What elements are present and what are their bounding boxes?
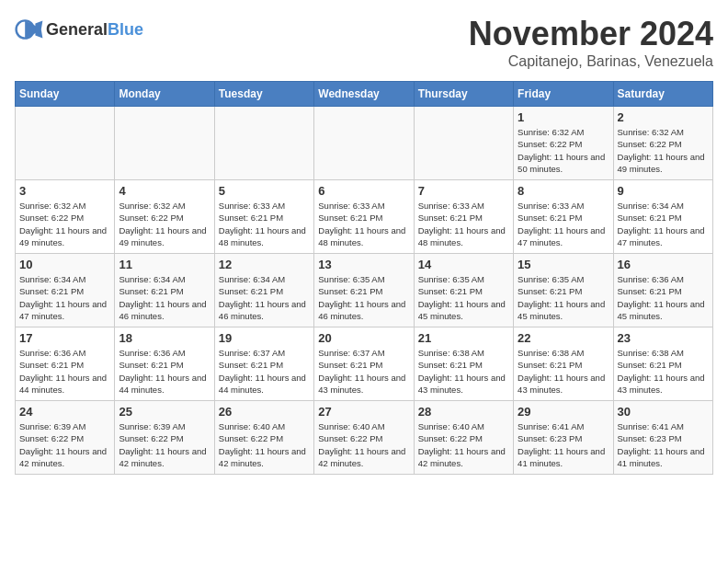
- day-header-friday: Friday: [514, 82, 613, 107]
- day-info: Sunrise: 6:36 AM Sunset: 6:21 PM Dayligh…: [618, 273, 709, 322]
- day-number: 27: [318, 405, 409, 419]
- day-info: Sunrise: 6:35 AM Sunset: 6:21 PM Dayligh…: [418, 273, 509, 322]
- day-info: Sunrise: 6:40 AM Sunset: 6:22 PM Dayligh…: [418, 420, 509, 469]
- day-info: Sunrise: 6:40 AM Sunset: 6:22 PM Dayligh…: [219, 420, 310, 469]
- day-header-monday: Monday: [115, 82, 214, 107]
- day-info: Sunrise: 6:39 AM Sunset: 6:22 PM Dayligh…: [119, 420, 210, 469]
- calendar-cell: 1Sunrise: 6:32 AM Sunset: 6:22 PM Daylig…: [514, 107, 613, 180]
- calendar-cell: 26Sunrise: 6:40 AM Sunset: 6:22 PM Dayli…: [214, 401, 313, 475]
- logo-text: GeneralBlue: [46, 20, 143, 40]
- day-info: Sunrise: 6:32 AM Sunset: 6:22 PM Dayligh…: [618, 126, 709, 175]
- calendar-cell: [314, 107, 414, 180]
- day-info: Sunrise: 6:33 AM Sunset: 6:21 PM Dayligh…: [219, 200, 310, 248]
- day-number: 3: [19, 184, 110, 198]
- day-info: Sunrise: 6:35 AM Sunset: 6:21 PM Dayligh…: [518, 273, 609, 322]
- calendar-cell: 24Sunrise: 6:39 AM Sunset: 6:22 PM Dayli…: [16, 401, 115, 475]
- location-title: Capitanejo, Barinas, Venezuela: [469, 53, 713, 70]
- day-info: Sunrise: 6:34 AM Sunset: 6:21 PM Dayligh…: [219, 273, 310, 322]
- title-section: November 2024 Capitanejo, Barinas, Venez…: [469, 15, 713, 70]
- day-header-sunday: Sunday: [16, 82, 115, 107]
- calendar-cell: 30Sunrise: 6:41 AM Sunset: 6:23 PM Dayli…: [613, 401, 712, 475]
- calendar-cell: 3Sunrise: 6:32 AM Sunset: 6:22 PM Daylig…: [16, 180, 115, 254]
- calendar-cell: 13Sunrise: 6:35 AM Sunset: 6:21 PM Dayli…: [314, 254, 414, 327]
- calendar-cell: 10Sunrise: 6:34 AM Sunset: 6:21 PM Dayli…: [16, 254, 115, 327]
- day-info: Sunrise: 6:41 AM Sunset: 6:23 PM Dayligh…: [618, 420, 709, 469]
- calendar-cell: 19Sunrise: 6:37 AM Sunset: 6:21 PM Dayli…: [214, 327, 313, 401]
- header: GeneralBlue November 2024 Capitanejo, Ba…: [15, 15, 713, 70]
- calendar-cell: 11Sunrise: 6:34 AM Sunset: 6:21 PM Dayli…: [115, 254, 214, 327]
- calendar-cell: 2Sunrise: 6:32 AM Sunset: 6:22 PM Daylig…: [613, 107, 712, 180]
- day-number: 26: [219, 405, 310, 419]
- day-number: 1: [518, 110, 609, 124]
- calendar-cell: [16, 107, 115, 180]
- calendar-cell: 16Sunrise: 6:36 AM Sunset: 6:21 PM Dayli…: [613, 254, 712, 327]
- day-number: 12: [219, 258, 310, 271]
- day-header-wednesday: Wednesday: [314, 82, 414, 107]
- calendar-cell: 6Sunrise: 6:33 AM Sunset: 6:21 PM Daylig…: [314, 180, 414, 254]
- calendar-cell: 4Sunrise: 6:32 AM Sunset: 6:22 PM Daylig…: [115, 180, 214, 254]
- day-number: 17: [19, 331, 110, 345]
- month-title: November 2024: [469, 15, 713, 53]
- calendar-cell: 12Sunrise: 6:34 AM Sunset: 6:21 PM Dayli…: [214, 254, 313, 327]
- day-number: 20: [318, 331, 409, 345]
- day-info: Sunrise: 6:37 AM Sunset: 6:21 PM Dayligh…: [318, 347, 409, 396]
- calendar-cell: [115, 107, 214, 180]
- day-info: Sunrise: 6:32 AM Sunset: 6:22 PM Dayligh…: [119, 200, 210, 248]
- calendar-cell: [414, 107, 513, 180]
- calendar-cell: 9Sunrise: 6:34 AM Sunset: 6:21 PM Daylig…: [613, 180, 712, 254]
- calendar-cell: 29Sunrise: 6:41 AM Sunset: 6:23 PM Dayli…: [514, 401, 613, 475]
- day-header-tuesday: Tuesday: [214, 82, 313, 107]
- day-info: Sunrise: 6:34 AM Sunset: 6:21 PM Dayligh…: [119, 273, 210, 322]
- day-number: 21: [418, 331, 509, 345]
- calendar-cell: 14Sunrise: 6:35 AM Sunset: 6:21 PM Dayli…: [414, 254, 513, 327]
- day-info: Sunrise: 6:33 AM Sunset: 6:21 PM Dayligh…: [418, 200, 509, 248]
- day-info: Sunrise: 6:38 AM Sunset: 6:21 PM Dayligh…: [518, 347, 609, 396]
- day-header-thursday: Thursday: [414, 82, 513, 107]
- day-number: 25: [119, 405, 210, 419]
- calendar-cell: 15Sunrise: 6:35 AM Sunset: 6:21 PM Dayli…: [514, 254, 613, 327]
- calendar-cell: 18Sunrise: 6:36 AM Sunset: 6:21 PM Dayli…: [115, 327, 214, 401]
- day-number: 18: [119, 331, 210, 345]
- day-number: 5: [219, 184, 310, 198]
- calendar-week-row: 3Sunrise: 6:32 AM Sunset: 6:22 PM Daylig…: [16, 180, 713, 254]
- day-number: 2: [618, 110, 709, 124]
- day-info: Sunrise: 6:34 AM Sunset: 6:21 PM Dayligh…: [19, 273, 110, 322]
- day-number: 28: [418, 405, 509, 419]
- calendar-cell: 7Sunrise: 6:33 AM Sunset: 6:21 PM Daylig…: [414, 180, 513, 254]
- day-info: Sunrise: 6:36 AM Sunset: 6:21 PM Dayligh…: [19, 347, 110, 396]
- calendar-cell: 21Sunrise: 6:38 AM Sunset: 6:21 PM Dayli…: [414, 327, 513, 401]
- day-number: 11: [119, 258, 210, 271]
- day-info: Sunrise: 6:35 AM Sunset: 6:21 PM Dayligh…: [318, 273, 409, 322]
- calendar-cell: 20Sunrise: 6:37 AM Sunset: 6:21 PM Dayli…: [314, 327, 414, 401]
- day-number: 16: [618, 258, 709, 271]
- day-number: 14: [418, 258, 509, 271]
- day-number: 7: [418, 184, 509, 198]
- day-info: Sunrise: 6:40 AM Sunset: 6:22 PM Dayligh…: [318, 420, 409, 469]
- calendar-week-row: 24Sunrise: 6:39 AM Sunset: 6:22 PM Dayli…: [16, 401, 713, 475]
- day-info: Sunrise: 6:39 AM Sunset: 6:22 PM Dayligh…: [19, 420, 110, 469]
- calendar-table: SundayMondayTuesdayWednesdayThursdayFrid…: [15, 81, 713, 475]
- day-info: Sunrise: 6:38 AM Sunset: 6:21 PM Dayligh…: [418, 347, 509, 396]
- day-number: 22: [518, 331, 609, 345]
- calendar-cell: 8Sunrise: 6:33 AM Sunset: 6:21 PM Daylig…: [514, 180, 613, 254]
- calendar-week-row: 10Sunrise: 6:34 AM Sunset: 6:21 PM Dayli…: [16, 254, 713, 327]
- day-info: Sunrise: 6:33 AM Sunset: 6:21 PM Dayligh…: [318, 200, 409, 248]
- logo-icon: [15, 15, 44, 44]
- calendar-cell: 25Sunrise: 6:39 AM Sunset: 6:22 PM Dayli…: [115, 401, 214, 475]
- day-number: 30: [618, 405, 709, 419]
- day-number: 10: [19, 258, 110, 271]
- day-number: 23: [618, 331, 709, 345]
- calendar-cell: 27Sunrise: 6:40 AM Sunset: 6:22 PM Dayli…: [314, 401, 414, 475]
- day-info: Sunrise: 6:36 AM Sunset: 6:21 PM Dayligh…: [119, 347, 210, 396]
- day-info: Sunrise: 6:32 AM Sunset: 6:22 PM Dayligh…: [19, 200, 110, 248]
- calendar-cell: 17Sunrise: 6:36 AM Sunset: 6:21 PM Dayli…: [16, 327, 115, 401]
- day-number: 6: [318, 184, 409, 198]
- calendar-cell: 5Sunrise: 6:33 AM Sunset: 6:21 PM Daylig…: [214, 180, 313, 254]
- calendar-cell: [214, 107, 313, 180]
- day-number: 9: [618, 184, 709, 198]
- day-info: Sunrise: 6:37 AM Sunset: 6:21 PM Dayligh…: [219, 347, 310, 396]
- day-info: Sunrise: 6:33 AM Sunset: 6:21 PM Dayligh…: [518, 200, 609, 248]
- calendar-cell: 28Sunrise: 6:40 AM Sunset: 6:22 PM Dayli…: [414, 401, 513, 475]
- day-info: Sunrise: 6:32 AM Sunset: 6:22 PM Dayligh…: [518, 126, 609, 175]
- calendar-week-row: 1Sunrise: 6:32 AM Sunset: 6:22 PM Daylig…: [16, 107, 713, 180]
